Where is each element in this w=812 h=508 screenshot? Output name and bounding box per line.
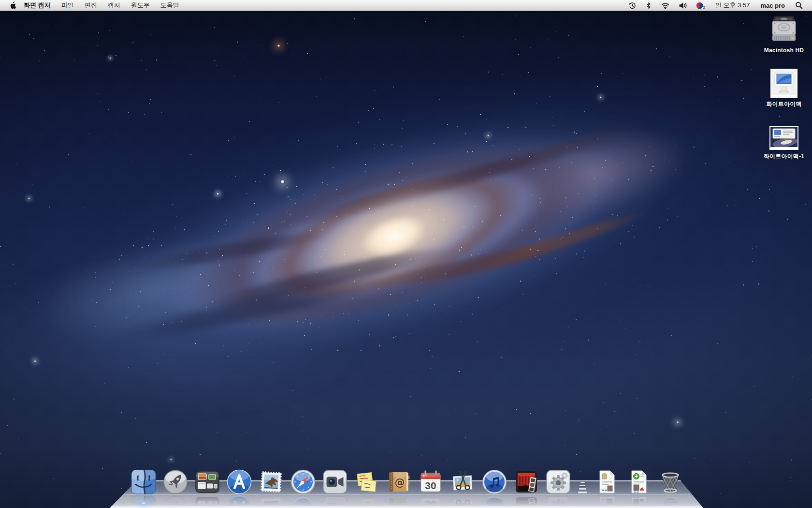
launchpad-icon [163, 469, 188, 494]
mission-control-icon [195, 469, 220, 494]
hard-drive-icon [769, 14, 798, 45]
desktop-icon-white-imac-1[interactable]: 화이트아이맥-1 [754, 126, 812, 161]
dock-item-mail[interactable] [259, 469, 284, 494]
finder-running-indicator [140, 502, 147, 505]
menu-clock[interactable]: 일 오후 3:57 [712, 1, 753, 10]
itunes-icon [482, 469, 507, 494]
dock-item-launchpad[interactable] [163, 469, 188, 494]
spotlight-menu[interactable] [793, 0, 805, 11]
dock-item-address-book[interactable]: @ [386, 469, 411, 494]
time-machine-menu[interactable] [626, 0, 639, 11]
finder-icon [131, 469, 156, 494]
safari-icon [290, 469, 316, 494]
dock-item-system-preferences[interactable] [546, 469, 571, 494]
dock-item-grab[interactable] [450, 469, 475, 494]
dock: @ 30 [0, 455, 812, 508]
input-source-menu[interactable]: 2 [693, 0, 708, 11]
input-source-badge: 2 [703, 5, 705, 10]
apple-menu[interactable] [6, 0, 18, 11]
menu-help[interactable]: 도움말 [155, 0, 185, 11]
app-store-icon [227, 469, 252, 494]
volume-icon [679, 1, 687, 10]
desktop-icon-macintosh-hd[interactable]: Macintosh HD [754, 14, 812, 54]
menu-edit[interactable]: 편집 [79, 0, 102, 11]
dock-item-trash[interactable] [658, 469, 683, 494]
dock-item-document-1[interactable] [594, 469, 619, 494]
menu-app-name[interactable]: 화면 캡처 [18, 0, 56, 11]
dock-item-safari[interactable] [290, 469, 316, 494]
document-icon [626, 469, 651, 494]
dock-item-finder[interactable] [131, 469, 156, 494]
time-machine-icon [628, 1, 637, 10]
menu-file[interactable]: 파일 [56, 0, 79, 11]
system-preferences-icon [546, 469, 571, 494]
menu-window[interactable]: 원도우 [126, 0, 155, 11]
bluetooth-menu[interactable] [643, 0, 654, 11]
desktop-wallpaper [0, 0, 812, 508]
desktop-icon-label: 화이트아이맥-1 [764, 152, 804, 161]
desktop-icon-label: Macintosh HD [764, 47, 804, 54]
volume-menu[interactable] [676, 0, 689, 11]
dock-item-itunes[interactable] [482, 469, 507, 494]
dock-separator [578, 472, 587, 494]
facetime-icon [322, 469, 348, 494]
trash-icon [658, 469, 683, 494]
photo-booth-icon [514, 469, 539, 494]
dock-item-photo-booth[interactable] [514, 469, 539, 494]
dock-item-document-2[interactable] [626, 469, 651, 494]
vignette [0, 0, 812, 508]
stickies-icon [354, 469, 379, 494]
ical-day: 30 [425, 480, 436, 491]
wifi-menu[interactable] [658, 0, 672, 11]
dock-item-mission-control[interactable] [195, 469, 220, 494]
desktop-icon-label: 화이트아이맥 [766, 100, 801, 108]
menu-bar: 화면 캡처 파일 편집 캡처 원도우 도움말 [0, 0, 812, 11]
dock-item-stickies[interactable] [354, 469, 379, 494]
document-icon [594, 469, 619, 494]
mail-icon [259, 469, 284, 494]
address-book-icon: @ [386, 469, 411, 494]
menu-capture[interactable]: 캡처 [102, 0, 126, 11]
menu-user[interactable]: mac pro [756, 2, 789, 9]
ical-icon: 30 [418, 469, 443, 494]
image-file-icon [770, 69, 798, 98]
grab-icon [450, 469, 475, 494]
bluetooth-icon [645, 1, 652, 10]
desktop-icon-white-imac[interactable]: 화이트아이맥 [754, 69, 812, 108]
screenshot-file-icon [769, 126, 798, 150]
dock-item-facetime[interactable] [322, 469, 348, 494]
search-icon [795, 1, 803, 9]
dock-item-ical[interactable]: 30 [418, 469, 443, 494]
dock-item-app-store[interactable] [227, 469, 252, 494]
apple-icon [9, 1, 16, 10]
address-book-glyph: @ [395, 477, 405, 488]
wifi-icon [661, 1, 670, 10]
